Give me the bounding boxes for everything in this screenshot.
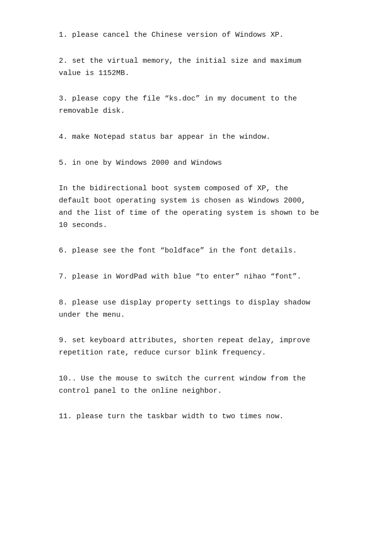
item-text: 2. set the virtual memory, the initial s… [59, 55, 343, 80]
item-text: In the bidirectional boot system compose… [59, 183, 343, 231]
item-text: 10.. Use the mouse to switch the current… [59, 373, 343, 398]
item-text: 7. please in WordPad with blue “to enter… [59, 271, 343, 283]
item-text: 8. please use display property settings … [59, 297, 343, 322]
list-item: 3. please copy the file “ks.doc” in my d… [59, 93, 343, 118]
list-item: 7. please in WordPad with blue “to enter… [59, 271, 343, 283]
item-text: 3. please copy the file “ks.doc” in my d… [59, 93, 343, 118]
list-item: 10.. Use the mouse to switch the current… [59, 373, 343, 398]
list-item: 11. please turn the taskbar width to two… [59, 411, 343, 423]
list-item: 6. please see the font “boldface” in the… [59, 245, 343, 257]
list-item: 9. set keyboard attributes, shorten repe… [59, 335, 343, 359]
list-item: 8. please use display property settings … [59, 297, 343, 322]
item-text: 1. please cancel the Chinese version of … [59, 29, 343, 42]
list-item: 4. make Notepad status bar appear in the… [59, 131, 343, 144]
item-text: 4. make Notepad status bar appear in the… [59, 131, 343, 144]
item-text: 5. in one by Windows 2000 and Windows [59, 157, 343, 170]
item-text: 11. please turn the taskbar width to two… [59, 411, 343, 423]
item-text: 9. set keyboard attributes, shorten repe… [59, 335, 343, 359]
list-item: 2. set the virtual memory, the initial s… [59, 55, 343, 80]
list-item: 5. in one by Windows 2000 and Windows [59, 157, 343, 170]
item-text: 6. please see the font “boldface” in the… [59, 245, 343, 257]
list-item: In the bidirectional boot system compose… [59, 183, 343, 231]
main-content: 1. please cancel the Chinese version of … [59, 29, 343, 423]
list-item: 1. please cancel the Chinese version of … [59, 29, 343, 42]
